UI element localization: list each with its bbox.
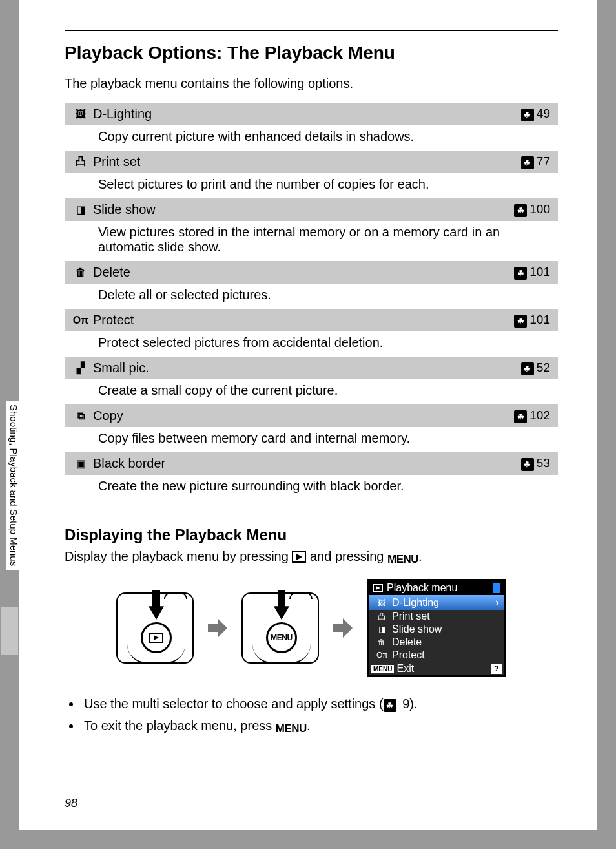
chevron-right-icon: › [495, 596, 499, 609]
option-description: Copy current picture with enhanced detai… [65, 125, 558, 151]
option-page-ref: ☘101 [514, 313, 550, 328]
option-icon: 🗑 [68, 267, 93, 278]
reference-icon: ☘ [514, 267, 527, 280]
option-name: D-Lighting [93, 107, 521, 121]
lcd-item-label: Slide show [392, 624, 442, 635]
section-side-tab: Shooting, Playback and Setup Menus [6, 401, 21, 570]
reference-icon: ☘ [521, 458, 534, 471]
option-description: Protect selected pictures from accidenta… [65, 331, 558, 357]
reference-icon: ☘ [514, 410, 527, 423]
lcd-header-title: Playback menu [387, 582, 457, 594]
option-row: OπProtect☘101 [65, 309, 558, 331]
lcd-menu-item: ◨Slide show [369, 623, 504, 636]
arrow-right-icon [208, 618, 227, 638]
lcd-item-icon: ◨ [376, 625, 387, 634]
option-description: Create the new picture surrounding with … [65, 475, 558, 500]
option-row: ◨Slide show☘100 [65, 198, 558, 221]
notes-list: Use the multi selector to choose and app… [81, 697, 558, 735]
reference-icon: ☘ [514, 204, 527, 217]
option-page-ref: ☘53 [521, 456, 550, 471]
help-icon: ? [491, 664, 502, 674]
camera-play-button-diagram [116, 592, 194, 664]
option-description: View pictures stored in the internal mem… [65, 221, 558, 261]
lcd-item-icon: 🖼 [376, 598, 387, 607]
lcd-item-label: Protect [392, 649, 425, 661]
option-page-ref: ☘49 [521, 107, 550, 121]
option-page-ref: ☘100 [514, 202, 550, 217]
option-icon: ▞ [68, 362, 93, 374]
option-row: 🖼D-Lighting☘49 [65, 103, 558, 125]
lcd-item-icon: Oπ [376, 651, 387, 660]
play-icon [149, 633, 163, 643]
option-name: Small pic. [93, 361, 521, 375]
option-row: ▞Small pic.☘52 [65, 357, 558, 379]
option-row: ▣Black border☘53 [65, 452, 558, 475]
option-name: Print set [93, 154, 521, 169]
lcd-exit-label: Exit [396, 663, 414, 675]
option-icon: 🖼 [68, 109, 93, 120]
battery-icon [493, 583, 500, 593]
lcd-menu-item: 凸Print set [369, 610, 504, 623]
intro-text: The playback menu contains the following… [65, 76, 558, 91]
play-icon [373, 584, 383, 592]
option-description: Delete all or selected pictures. [65, 284, 558, 309]
note-item: Use the multi selector to choose and app… [81, 697, 558, 712]
reference-icon: ☘ [521, 156, 534, 169]
option-row: ⧉Copy☘102 [65, 404, 558, 427]
manual-page: Shooting, Playback and Setup Menus Playb… [19, 0, 597, 830]
reference-icon: ☘ [521, 109, 534, 121]
option-description: Select pictures to print and the number … [65, 173, 558, 198]
option-page-ref: ☘77 [521, 154, 550, 169]
option-name: Slide show [93, 202, 514, 217]
menu-button-label: MENU [387, 553, 418, 566]
option-page-ref: ☘101 [514, 265, 550, 280]
option-description: Copy files between memory card and inter… [65, 427, 558, 452]
lcd-playback-menu-screenshot: Playback menu 🖼D-Lighting›凸Print set◨Sli… [367, 579, 506, 677]
arrow-right-icon [333, 618, 353, 638]
instruction-figure: MENU Playback menu 🖼D-Lighting›凸Print se… [65, 579, 558, 677]
subheading: Displaying the Playback Menu [65, 526, 558, 544]
lcd-item-label: Delete [392, 636, 422, 648]
play-icon [292, 551, 306, 563]
option-icon: Oπ [68, 315, 93, 326]
page-number: 98 [65, 797, 77, 810]
lcd-item-icon: 🗑 [376, 638, 387, 647]
option-name: Black border [93, 456, 521, 471]
menu-button-label: MENU [276, 722, 307, 735]
lcd-menu-item: 🖼D-Lighting› [369, 595, 504, 610]
option-name: Protect [93, 313, 514, 328]
lcd-item-label: D-Lighting [392, 597, 439, 609]
display-instruction: Display the playback menu by pressing an… [65, 549, 558, 566]
option-row: 凸Print set☘77 [65, 151, 558, 173]
option-name: Delete [93, 265, 514, 280]
option-description: Create a small copy of the current pictu… [65, 379, 558, 404]
option-row: 🗑Delete☘101 [65, 261, 558, 284]
option-page-ref: ☘52 [521, 361, 550, 375]
lcd-item-label: Print set [392, 611, 430, 622]
option-page-ref: ☘102 [514, 408, 550, 423]
reference-icon: ☘ [514, 315, 527, 328]
lcd-menu-item: 🗑Delete [369, 636, 504, 649]
option-icon: ◨ [68, 204, 93, 216]
section-side-marker [1, 607, 18, 655]
option-icon: ▣ [68, 457, 93, 470]
option-icon: ⧉ [68, 410, 93, 422]
note-item: To exit the playback menu, press MENU. [81, 718, 558, 735]
lcd-menu-item: OπProtect [369, 649, 504, 662]
page-title: Playback Options: The Playback Menu [65, 30, 558, 63]
camera-menu-button-diagram: MENU [241, 592, 319, 664]
option-name: Copy [93, 408, 514, 423]
lcd-item-icon: 凸 [376, 611, 387, 622]
menu-button-label: MENU [271, 633, 292, 642]
option-icon: 凸 [68, 155, 93, 169]
arrow-down-icon [149, 590, 164, 620]
reference-icon: ☘ [384, 699, 396, 712]
arrow-down-icon [274, 590, 289, 620]
playback-options-table: 🖼D-Lighting☘49Copy current picture with … [65, 103, 558, 500]
menu-badge: MENU [371, 665, 394, 673]
reference-icon: ☘ [521, 362, 534, 375]
